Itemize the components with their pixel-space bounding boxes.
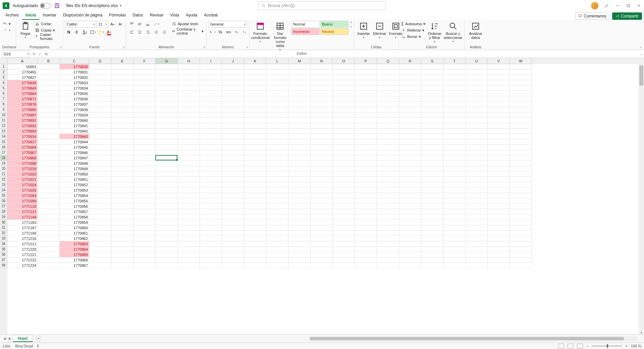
cell[interactable]	[111, 257, 133, 263]
cell[interactable]	[466, 96, 488, 102]
cell[interactable]	[488, 193, 510, 198]
cell[interactable]	[200, 86, 222, 91]
cell[interactable]	[443, 75, 466, 80]
row-header[interactable]: 1	[0, 64, 7, 69]
cell[interactable]	[333, 198, 355, 204]
row-header[interactable]: 8	[0, 102, 7, 107]
cell[interactable]	[288, 145, 311, 150]
tab-ayuda[interactable]: Ayuda	[182, 11, 201, 20]
conditional-format-button[interactable]: Formato condicional▾	[252, 21, 269, 44]
cell[interactable]: 1770827	[7, 75, 38, 80]
cell[interactable]	[443, 247, 466, 252]
cell[interactable]	[355, 64, 377, 69]
cell[interactable]: 16891	[7, 64, 38, 69]
cell[interactable]	[443, 225, 466, 231]
cell[interactable]	[421, 129, 443, 134]
font-size-select[interactable]: 11	[97, 21, 108, 28]
cell[interactable]	[222, 198, 244, 204]
cell[interactable]	[111, 139, 133, 145]
cell[interactable]	[377, 123, 399, 129]
cell[interactable]	[355, 225, 377, 231]
cell[interactable]	[111, 236, 133, 241]
cell[interactable]	[288, 64, 311, 69]
row-header[interactable]: 28	[0, 209, 7, 214]
cell[interactable]	[488, 102, 510, 107]
cell[interactable]	[488, 123, 510, 129]
cell[interactable]	[111, 107, 133, 112]
cell[interactable]	[421, 96, 443, 102]
cell[interactable]	[466, 86, 488, 91]
cell[interactable]	[421, 198, 443, 204]
cell[interactable]	[443, 139, 466, 145]
cell[interactable]: 1771099	[7, 198, 38, 204]
cell[interactable]	[133, 182, 156, 188]
increase-indent-button[interactable]	[160, 29, 168, 36]
cell[interactable]	[355, 129, 377, 134]
cell[interactable]	[399, 236, 421, 241]
cell[interactable]	[311, 107, 333, 112]
cell[interactable]: 1771220	[7, 247, 38, 252]
cell[interactable]	[38, 214, 60, 220]
cell[interactable]	[355, 182, 377, 188]
cell[interactable]	[266, 247, 288, 252]
cell[interactable]	[266, 112, 288, 118]
decrease-decimal-button[interactable]: .0	[241, 29, 248, 36]
cell[interactable]	[156, 96, 178, 102]
cell[interactable]	[38, 182, 60, 188]
cell[interactable]	[111, 69, 133, 75]
tab-inicio[interactable]: Inicio	[22, 11, 39, 20]
view-normal-button[interactable]	[558, 344, 564, 348]
cell[interactable]	[355, 134, 377, 139]
cell[interactable]	[443, 204, 466, 209]
cell[interactable]	[156, 64, 178, 69]
cell[interactable]	[200, 69, 222, 75]
row-header[interactable]: 5	[0, 86, 7, 91]
cell[interactable]	[377, 64, 399, 69]
cell[interactable]	[333, 139, 355, 145]
cell[interactable]: 1770843	[7, 86, 38, 91]
cell[interactable]	[311, 225, 333, 231]
cell[interactable]	[38, 236, 60, 241]
cell[interactable]	[38, 161, 60, 166]
cell[interactable]: 1770855	[60, 198, 89, 204]
cell[interactable]	[266, 118, 288, 123]
cell[interactable]	[399, 107, 421, 112]
cell[interactable]	[133, 161, 156, 166]
cell[interactable]	[266, 263, 288, 268]
cell[interactable]	[399, 182, 421, 188]
cell[interactable]	[311, 96, 333, 102]
cell[interactable]	[377, 214, 399, 220]
cell[interactable]: 1771221	[7, 252, 38, 257]
cell[interactable]	[178, 64, 200, 69]
cell[interactable]	[510, 225, 532, 231]
cell[interactable]: 1770832	[60, 75, 89, 80]
cell[interactable]	[133, 118, 156, 123]
cell[interactable]	[488, 107, 510, 112]
cell[interactable]	[443, 86, 466, 91]
cell[interactable]	[200, 123, 222, 129]
cell[interactable]	[355, 145, 377, 150]
cell[interactable]	[311, 209, 333, 214]
cell[interactable]	[443, 177, 466, 182]
cell[interactable]	[311, 80, 333, 86]
cell[interactable]	[421, 139, 443, 145]
alignment-launcher-icon[interactable]: ⤢	[203, 46, 206, 49]
cell[interactable]	[443, 118, 466, 123]
cell[interactable]	[399, 161, 421, 166]
cell[interactable]	[333, 75, 355, 80]
cell[interactable]	[355, 204, 377, 209]
pen-icon[interactable]	[604, 3, 609, 8]
cell[interactable]	[133, 75, 156, 80]
row-header[interactable]: 3	[0, 75, 7, 80]
cell[interactable]	[244, 145, 266, 150]
cell[interactable]	[333, 129, 355, 134]
row-header[interactable]: 29	[0, 214, 7, 220]
cell[interactable]	[443, 161, 466, 166]
cell[interactable]	[355, 236, 377, 241]
cell[interactable]: 1770885	[7, 107, 38, 112]
cell[interactable]	[288, 193, 311, 198]
cell[interactable]	[399, 188, 421, 193]
cell[interactable]	[266, 198, 288, 204]
row-header[interactable]: 12	[0, 123, 7, 129]
cell[interactable]	[355, 198, 377, 204]
